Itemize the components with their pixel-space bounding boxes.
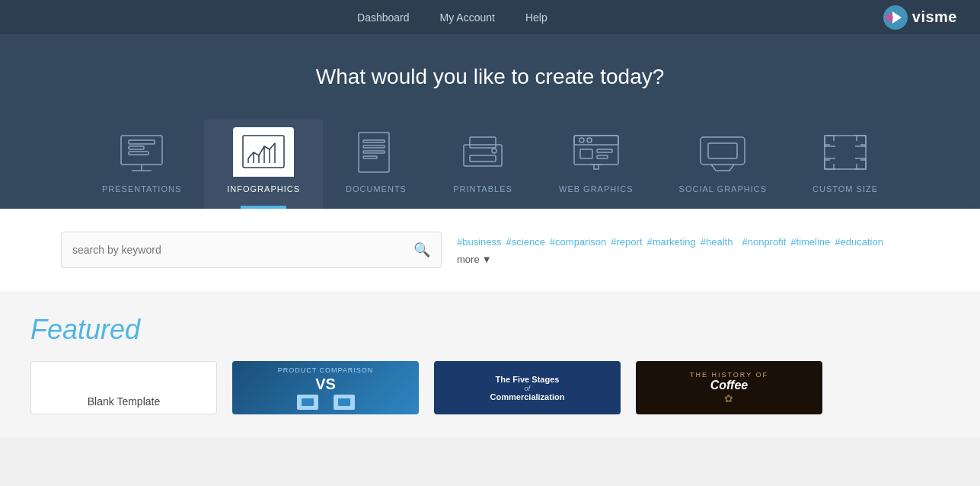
custom-size-icon (815, 127, 876, 177)
svg-rect-6 (129, 152, 148, 155)
card-blank-label: Blank Template (88, 395, 160, 408)
nav-my-account[interactable]: My Account (440, 11, 495, 24)
card-product-comparison[interactable]: PRODUCT COMPARISON VS (232, 361, 419, 414)
nav-help[interactable]: Help (525, 11, 547, 24)
tag-business[interactable]: #business (457, 236, 502, 248)
card-blank[interactable]: Blank Template (30, 361, 217, 414)
card-product-inner: PRODUCT COMPARISON VS (278, 366, 374, 410)
presentations-label: PRESENTATIONS (102, 184, 181, 193)
svg-rect-33 (594, 165, 599, 169)
search-icon: 🔍 (413, 241, 430, 258)
svg-rect-31 (597, 155, 608, 158)
svg-rect-22 (470, 137, 496, 148)
featured-cards: Blank Template PRODUCT COMPARISON VS (30, 361, 950, 414)
printables-icon (452, 127, 513, 177)
tag-health[interactable]: #health (701, 236, 733, 248)
social-graphics-label: SOCIAL GRAPHICS (679, 184, 767, 193)
navbar: Dashboard My Account Help visme (0, 0, 980, 34)
svg-rect-5 (129, 146, 144, 149)
tag-nonprofit[interactable]: #nonprofit (742, 236, 786, 248)
tag-timeline[interactable]: #timeline (790, 236, 830, 248)
logo: visme (882, 4, 957, 31)
category-infographics[interactable]: INFOGRAPHICS (204, 120, 323, 209)
social-graphics-icon (692, 127, 753, 177)
svg-rect-4 (129, 140, 155, 144)
infographics-icon (233, 127, 294, 177)
tag-comparison[interactable]: #comparison (550, 236, 606, 248)
documents-label: DOCUMENTS (346, 184, 407, 193)
svg-point-2 (886, 14, 893, 21)
svg-rect-19 (363, 151, 385, 153)
svg-point-28 (587, 138, 592, 142)
svg-rect-30 (597, 149, 612, 152)
svg-point-24 (492, 149, 496, 153)
main-content: Featured Blank Template PRODUCT COMPARIS… (0, 291, 980, 437)
svg-rect-20 (363, 156, 377, 158)
svg-rect-35 (825, 136, 866, 169)
more-tags-button[interactable]: more ▼ (457, 254, 492, 265)
custom-size-label: CUSTOM SIZE (812, 184, 878, 193)
category-web-graphics[interactable]: WEB GRAPHICS (536, 120, 656, 209)
svg-rect-26 (574, 136, 618, 145)
search-input[interactable] (72, 244, 413, 256)
svg-rect-23 (470, 155, 496, 161)
category-custom-size[interactable]: CUSTOM SIZE (790, 120, 901, 209)
tag-science[interactable]: #science (506, 236, 545, 248)
card-history-inner: THE HISTORY OF Coffee ✿ (690, 371, 768, 404)
nav-dashboard[interactable]: Dashboard (357, 11, 410, 24)
featured-title: Featured (30, 314, 950, 346)
logo-text: visme (912, 8, 957, 26)
presentations-icon (111, 127, 172, 177)
printables-label: PRINTABLES (453, 184, 512, 193)
category-social-graphics[interactable]: SOCIAL GRAPHICS (656, 120, 790, 209)
infographics-label: INFOGRAPHICS (227, 184, 300, 193)
hero-title: What would you like to create today? (0, 65, 980, 89)
search-box[interactable]: 🔍 (61, 232, 442, 268)
svg-rect-29 (580, 149, 592, 158)
hero-section: What would you like to create today? PRE… (0, 34, 980, 209)
svg-rect-34 (708, 143, 737, 158)
web-graphics-icon (566, 127, 627, 177)
category-printables[interactable]: PRINTABLES (429, 120, 536, 209)
tag-report[interactable]: #report (611, 236, 642, 248)
tag-marketing[interactable]: #marketing (647, 236, 696, 248)
tags-area: #business #science #comparison #report #… (457, 235, 919, 265)
svg-rect-17 (363, 140, 385, 142)
nav-links: Dashboard My Account Help (23, 11, 882, 24)
documents-icon (346, 127, 407, 177)
web-graphics-label: WEB GRAPHICS (559, 184, 634, 193)
category-bar: PRESENTATIONS INFOGRAPHICS (0, 112, 980, 209)
search-section: 🔍 #business #science #comparison #report… (0, 209, 980, 291)
tag-education[interactable]: #education (835, 236, 883, 248)
card-five-stages-inner: The Five Stages of Commercialization (487, 371, 568, 404)
category-documents[interactable]: DOCUMENTS (323, 120, 429, 209)
svg-rect-9 (243, 136, 284, 168)
card-history-coffee[interactable]: THE HISTORY OF Coffee ✿ (636, 361, 822, 414)
svg-rect-18 (363, 145, 385, 148)
category-presentations[interactable]: PRESENTATIONS (79, 120, 204, 209)
card-five-stages[interactable]: The Five Stages of Commercialization (434, 361, 621, 414)
svg-point-27 (579, 138, 584, 142)
